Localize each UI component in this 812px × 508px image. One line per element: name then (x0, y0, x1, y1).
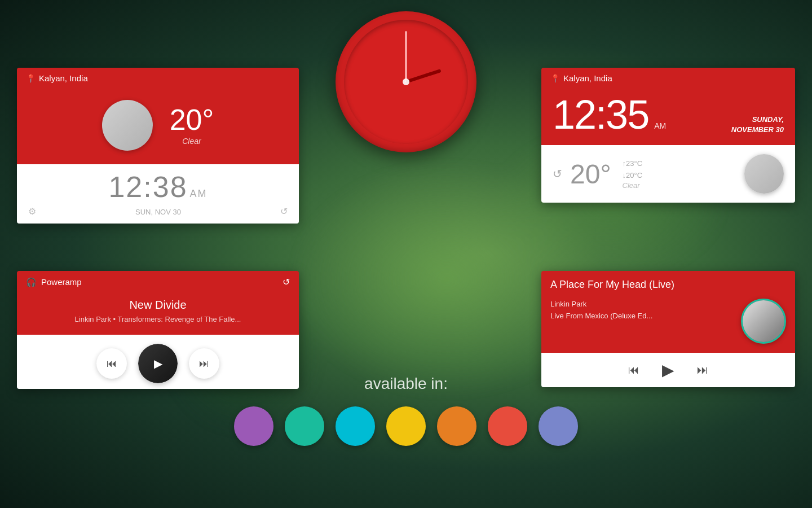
weather-left-header: 📍 Kalyan, India (17, 68, 299, 89)
weather-right-details: ↑23°C ↓20°C Clear (623, 158, 739, 190)
clock-left-footer: ⚙ SUN, NOV 30 ↺ (28, 206, 288, 217)
gear-icon-left[interactable]: ⚙ (28, 206, 36, 217)
music-right-song-title: A Place For My Head (Live) (550, 279, 786, 291)
music-left-song-details: Linkin Park • Transformers: Revenge of T… (28, 315, 288, 323)
music-left-header: 🎧 Poweramp ↺ (17, 271, 299, 293)
weather-widget-right: 📍 Kalyan, India 12:35 AM SUNDAY, NOVEMBE… (541, 68, 795, 203)
refresh-icon-left[interactable]: ↺ (280, 206, 288, 217)
next-button-left[interactable]: ⏭ (189, 348, 219, 379)
play-button-left[interactable] (138, 344, 178, 383)
color-circle-teal[interactable] (285, 406, 324, 446)
color-circle-yellow[interactable] (386, 406, 426, 446)
color-circle-cyan[interactable] (336, 406, 375, 446)
location-icon-right: 📍 (550, 74, 560, 83)
weather-left-circle (102, 100, 153, 151)
weather-right-circle (744, 154, 784, 194)
music-left-app-title: 🎧 Poweramp (26, 277, 82, 287)
available-in-section: available in: (234, 375, 578, 446)
weather-right-temp: 20° (570, 159, 611, 190)
weather-left-temp: 20° (170, 105, 214, 134)
weather-right-bottom: ↺ 20° ↑23°C ↓20°C Clear (541, 145, 795, 203)
hour-hand (405, 69, 442, 84)
album-art-left (138, 344, 178, 383)
color-circle-purple[interactable] (234, 406, 273, 446)
album-art-inner (743, 300, 784, 342)
clock-center-dot (403, 78, 409, 85)
weather-left-temp-info: 20° Clear (170, 105, 214, 146)
color-circle-orange[interactable] (437, 406, 476, 446)
location-icon-left: 📍 (26, 74, 36, 83)
music-right-artist-info: Linkin Park Live From Mexico (Deluxe Ed.… (550, 299, 652, 322)
clock-left-time: 12:38AM (108, 172, 207, 202)
music-widget-right: A Place For My Head (Live) Linkin Park L… (541, 271, 795, 387)
weather-right-header: 📍 Kalyan, India (541, 68, 795, 89)
music-left-song-title: New Divide (28, 299, 288, 312)
weather-left-condition: Clear (170, 137, 214, 146)
music-right-meta: Linkin Park Live From Mexico (Deluxe Ed.… (541, 296, 795, 353)
music-widget-left: 🎧 Poweramp ↺ New Divide Linkin Park • Tr… (17, 271, 299, 389)
refresh-icon-weather-right[interactable]: ↺ (553, 167, 562, 181)
weather-right-condition: Clear (623, 181, 739, 190)
weather-right-time-meta: AM (654, 121, 666, 130)
available-in-label: available in: (234, 375, 578, 393)
weather-left-clock: 12:38AM ⚙ SUN, NOV 30 ↺ (17, 164, 299, 224)
clock-left-ampm: AM (190, 188, 208, 199)
minute-hand (405, 31, 407, 82)
prev-button-right[interactable]: ⏮ (628, 364, 639, 376)
prev-button-left[interactable]: ⏮ (96, 348, 127, 379)
weather-right-time-section: 12:35 AM SUNDAY, NOVEMBER 30 (541, 89, 795, 145)
music-right-header: A Place For My Head (Live) (541, 271, 795, 296)
headphone-icon: 🎧 (26, 277, 37, 287)
music-right-controls: ⏮ ▶ ⏭ (541, 353, 795, 387)
weather-right-ampm: AM (654, 121, 666, 130)
clock-left-date: SUN, NOV 30 (135, 208, 181, 216)
album-art-right (741, 299, 786, 344)
weather-right-time: 12:35 (553, 94, 648, 135)
refresh-icon-music-left[interactable]: ↺ (283, 277, 290, 287)
music-left-info: New Divide Linkin Park • Transformers: R… (17, 293, 299, 335)
weather-right-date: SUNDAY, NOVEMBER 30 (731, 115, 784, 135)
color-circles (234, 406, 578, 446)
weather-widget-left: 📍 Kalyan, India 20° Clear 12:38AM ⚙ SUN,… (17, 68, 299, 224)
play-button-right[interactable]: ▶ (662, 361, 674, 379)
clock-widget-center (336, 11, 476, 152)
weather-left-top: 20° Clear (17, 89, 299, 164)
weather-left-location: Kalyan, India (39, 73, 88, 83)
clock-face (336, 11, 476, 152)
color-circle-red[interactable] (488, 406, 527, 446)
weather-right-location: Kalyan, India (563, 73, 612, 83)
color-circle-indigo[interactable] (539, 406, 578, 446)
next-button-right[interactable]: ⏭ (697, 364, 708, 376)
weather-right-temp-range: ↑23°C ↓20°C (623, 158, 739, 182)
